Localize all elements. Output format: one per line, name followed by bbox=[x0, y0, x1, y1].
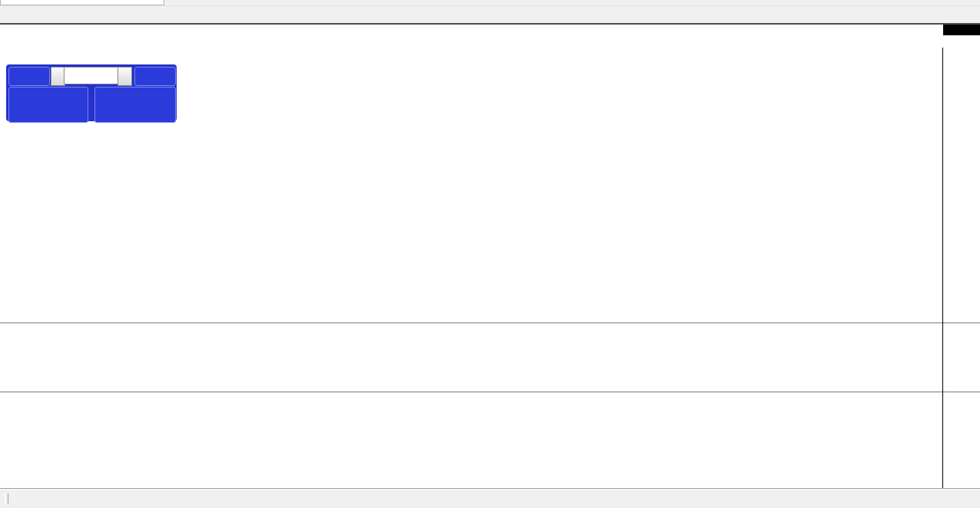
upper-toolbar-field bbox=[0, 0, 164, 5]
chart-tab-bar bbox=[0, 488, 980, 508]
axis-separator bbox=[942, 48, 943, 493]
timeframe-toolbar bbox=[0, 6, 980, 23]
one-click-trading-panel bbox=[6, 64, 177, 121]
volume-increase-icon[interactable] bbox=[118, 67, 132, 86]
macd-panel[interactable] bbox=[0, 325, 942, 391]
buy-button[interactable] bbox=[134, 67, 176, 86]
sell-price-button[interactable] bbox=[8, 87, 88, 123]
upper-toolbar-edge bbox=[0, 0, 980, 6]
sell-button[interactable] bbox=[8, 67, 50, 86]
volume-input[interactable] bbox=[64, 67, 125, 84]
mt4-window bbox=[0, 0, 980, 508]
rsi-panel[interactable] bbox=[0, 394, 942, 493]
toolbar-grip bbox=[5, 493, 8, 504]
current-price-label bbox=[943, 25, 980, 35]
buy-price-button[interactable] bbox=[94, 87, 176, 123]
chart-window bbox=[0, 23, 980, 490]
volume-stepper bbox=[51, 67, 132, 84]
